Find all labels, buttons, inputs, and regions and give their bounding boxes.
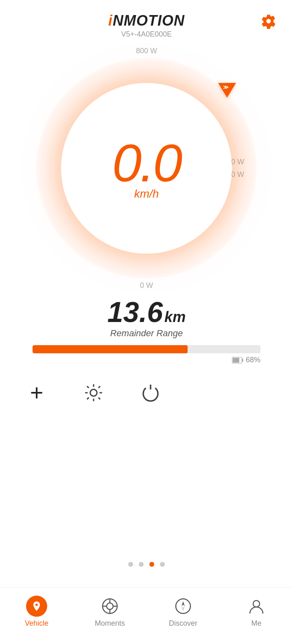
vehicle-icon	[31, 600, 42, 612]
profile-icon	[247, 596, 266, 616]
svg-line-11	[87, 398, 89, 399]
gear-icon	[261, 13, 276, 29]
svg-point-3	[90, 389, 97, 396]
header: iNMOTION V5+-4A0E000E	[0, 0, 293, 43]
svg-point-13	[107, 603, 113, 609]
battery-bar-track	[33, 345, 260, 353]
battery-percent-row: 68%	[33, 356, 260, 364]
gauge-container: ≫ 2200 W 300 W 0.0 km/h	[37, 59, 256, 278]
range-unit: km	[164, 298, 186, 326]
svg-rect-2	[233, 358, 239, 363]
svg-rect-1	[242, 359, 243, 362]
page-dots	[0, 562, 293, 567]
dot-1[interactable]	[128, 562, 133, 567]
svg-point-18	[176, 599, 190, 614]
plus-icon: +	[30, 381, 44, 404]
nav-item-me[interactable]: Me	[232, 596, 281, 628]
logo: iNMOTION V5+-4A0E000E	[108, 12, 185, 39]
svg-point-21	[253, 600, 260, 607]
moments-icon	[100, 596, 120, 616]
range-label: Remainder Range	[110, 328, 183, 339]
sun-icon	[83, 383, 104, 403]
svg-marker-19	[181, 601, 185, 606]
discover-icon-wrap	[173, 596, 194, 617]
vehicle-icon-wrap	[26, 596, 47, 617]
controls-row: +	[0, 368, 293, 417]
speed-unit: km/h	[134, 187, 159, 200]
nav-item-moments[interactable]: Moments	[85, 596, 134, 628]
svg-line-10	[98, 386, 100, 388]
speed-indicator: ≫	[218, 83, 236, 98]
range-section: 13.6 km Remainder Range	[0, 298, 293, 339]
power-top-label: 800 W	[136, 47, 157, 55]
battery-bar-fill	[33, 345, 188, 353]
svg-line-8	[87, 386, 89, 388]
battery-bar-container: 68%	[0, 345, 293, 364]
power-icon	[141, 383, 160, 402]
moments-label: Moments	[95, 619, 125, 628]
me-label: Me	[251, 619, 261, 628]
moments-icon-wrap	[99, 596, 120, 617]
power-bottom-label: 0 W	[140, 281, 153, 290]
gauge-circle: 0.0 km/h	[61, 83, 232, 254]
dot-2[interactable]	[139, 562, 144, 567]
speed-value: 0.0	[112, 137, 181, 189]
dot-4[interactable]	[160, 562, 165, 567]
vehicle-label: Vehicle	[25, 619, 48, 628]
logo-text: iNMOTION	[108, 12, 185, 29]
dot-3[interactable]	[149, 562, 154, 567]
speedometer-section: 800 W ≫ 2200 W 300 W 0.0 km/h 0 W	[0, 47, 293, 290]
settings-button[interactable]	[259, 11, 278, 31]
discover-label: Discover	[169, 619, 197, 628]
vehicle-icon-circle	[26, 596, 47, 617]
svg-marker-20	[181, 606, 185, 611]
svg-line-9	[98, 398, 100, 399]
compass-icon	[173, 596, 193, 616]
battery-icon	[232, 357, 243, 363]
device-id: V5+-4A0E000E	[121, 30, 172, 39]
nav-item-vehicle[interactable]: Vehicle	[12, 596, 61, 628]
me-icon-wrap	[246, 596, 267, 617]
range-value: 13.6	[107, 298, 163, 326]
light-button[interactable]	[81, 381, 106, 405]
nav-item-discover[interactable]: Discover	[159, 596, 208, 628]
power-button[interactable]	[138, 381, 163, 405]
bottom-nav: Vehicle Moments Discover	[0, 587, 293, 644]
battery-percent: 68%	[246, 356, 260, 364]
add-button[interactable]: +	[24, 381, 49, 405]
